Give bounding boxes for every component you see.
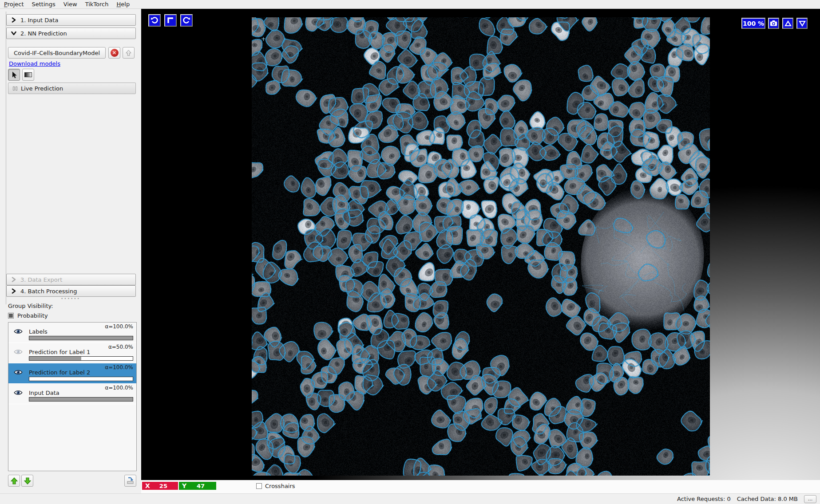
applet-header-data-export[interactable]: 3. Data Export (6, 274, 136, 285)
menu-item-help[interactable]: Help (113, 0, 134, 8)
triangle-down-icon (799, 20, 806, 27)
rotate-left-icon (151, 16, 158, 24)
green-arrow-up-icon (11, 477, 18, 484)
applet-header-label: 3. Data Export (20, 276, 62, 283)
slice-up-button[interactable] (782, 18, 793, 29)
move-layer-up-button[interactable] (8, 475, 20, 487)
opacity-slider[interactable] (29, 397, 133, 402)
applet-header-input-data[interactable]: 1. Input Data (6, 14, 136, 26)
chevron-right-icon (11, 288, 16, 294)
layer-alpha: α=100.0% (105, 385, 133, 391)
green-arrow-down-icon (24, 477, 31, 484)
position-bar: X 25 Y 47 Crosshairs (141, 480, 820, 493)
menu-item-view[interactable]: View (59, 0, 81, 8)
active-requests-status: Active Requests: 0 (677, 496, 731, 502)
applet-header-label: 2. NN Prediction (20, 30, 67, 37)
crosshairs-checkbox[interactable] (256, 483, 262, 489)
triangle-up-icon (784, 20, 792, 27)
export-layer-button[interactable] (124, 475, 136, 487)
layer-name: Input Data (29, 390, 59, 396)
cached-data-status: Cached Data: 8.0 MB (737, 496, 798, 502)
left-panel: 1. Input Data 2. NN Prediction Covid-IF-… (0, 9, 141, 493)
eye-icon[interactable] (14, 369, 23, 375)
save-layer-icon (127, 477, 134, 484)
rotate-right-icon (182, 16, 190, 24)
gradient-icon (24, 72, 32, 77)
layer-list: α=100.0% Labels α=50.0% Prediction for L… (8, 322, 137, 471)
probability-checkbox[interactable] (8, 313, 14, 319)
zoom-level-label: 100 % (743, 20, 764, 27)
layer-name: Prediction for Label 1 (29, 349, 90, 355)
upload-model-button[interactable] (123, 47, 135, 59)
brightness-contrast-tool-button[interactable] (22, 69, 34, 81)
layer-alpha: α=50.0% (108, 344, 133, 350)
rotate-left-button[interactable] (148, 14, 161, 27)
group-visibility-title: Group Visibility: (8, 303, 53, 309)
splitter-handle[interactable]: •••••• (0, 296, 141, 301)
chevron-down-icon (11, 31, 16, 36)
live-prediction-label: Live Prediction (21, 85, 63, 92)
applet-header-batch-processing[interactable]: 4. Batch Processing (6, 285, 136, 297)
status-bar: Active Requests: 0 Cached Data: 8.0 MB .… (0, 493, 820, 504)
more-options-label: ... (808, 496, 813, 502)
model-select-button[interactable]: Covid-IF-Cells-BoundaryModel (8, 47, 106, 59)
y-label: Y (179, 482, 190, 489)
microscopy-image-canvas[interactable] (252, 17, 710, 476)
layer-row-prediction-2[interactable]: α=100.0% Prediction for Label 2 (8, 363, 136, 384)
menu-item-settings[interactable]: Settings (28, 0, 59, 8)
y-value: 47 (190, 483, 216, 489)
arrow-up-icon (125, 50, 132, 56)
menu-bar: ProjectSettingsViewTikTorchHelp (0, 0, 820, 9)
layer-name: Prediction for Label 2 (29, 369, 90, 376)
opacity-slider[interactable] (29, 336, 133, 340)
layer-row-prediction-1[interactable]: α=50.0% Prediction for Label 1 (8, 343, 136, 363)
cursor-marker-icon: + (261, 35, 266, 42)
x-label: X (142, 482, 153, 489)
crosshairs-label: Crosshairs (265, 483, 295, 489)
model-name-label: Covid-IF-Cells-BoundaryModel (14, 50, 100, 56)
applet-header-label: 1. Input Data (20, 17, 58, 24)
applet-frame-line (6, 12, 6, 304)
screenshot-button[interactable] (768, 18, 779, 29)
opacity-slider[interactable] (29, 377, 133, 381)
applet-header-nn-prediction[interactable]: 2. NN Prediction (6, 28, 136, 39)
camera-icon (770, 20, 777, 27)
more-options-button[interactable]: ... (804, 495, 816, 503)
applet-header-label: 4. Batch Processing (20, 288, 77, 295)
chevron-right-icon (11, 17, 16, 23)
remove-model-button[interactable]: ✕ (108, 47, 120, 59)
layer-row-input-data[interactable]: α=100.0% Input Data (8, 384, 136, 404)
live-prediction-icon (13, 87, 17, 91)
eye-icon[interactable] (14, 349, 23, 355)
layer-name: Labels (29, 328, 48, 335)
rotate-right-button[interactable] (180, 14, 193, 27)
slice-down-button[interactable] (796, 18, 808, 29)
crosshairs-row: Crosshairs (256, 483, 295, 489)
opacity-slider[interactable] (29, 356, 133, 361)
y-position-badge: Y 47 (179, 482, 216, 490)
swap-axes-button[interactable] (164, 14, 177, 27)
layer-alpha: α=100.0% (105, 364, 133, 370)
x-position-badge: X 25 (142, 482, 178, 490)
chevron-right-icon (11, 277, 16, 282)
cursor-tool-button[interactable] (8, 69, 20, 81)
menu-item-project[interactable]: Project (0, 0, 28, 8)
zoom-level-button[interactable]: 100 % (741, 18, 765, 29)
corner-axes-icon (166, 16, 174, 24)
eye-icon[interactable] (14, 390, 23, 396)
probability-label: Probability (17, 312, 48, 319)
remove-model-icon: ✕ (111, 49, 119, 57)
download-models-link[interactable]: Download models (9, 60, 60, 67)
probability-group-row: Probability (8, 312, 48, 319)
menu-item-tiktorch[interactable]: TikTorch (81, 0, 113, 8)
live-prediction-toggle[interactable]: Live Prediction (8, 83, 136, 94)
x-value: 25 (153, 483, 178, 489)
eye-icon[interactable] (14, 328, 23, 335)
layer-alpha: α=100.0% (105, 323, 133, 330)
layer-row-labels[interactable]: α=100.0% Labels (8, 323, 136, 343)
cursor-arrow-icon (11, 71, 17, 79)
image-viewport[interactable]: + 100 % (141, 9, 820, 480)
move-layer-down-button[interactable] (21, 475, 33, 487)
